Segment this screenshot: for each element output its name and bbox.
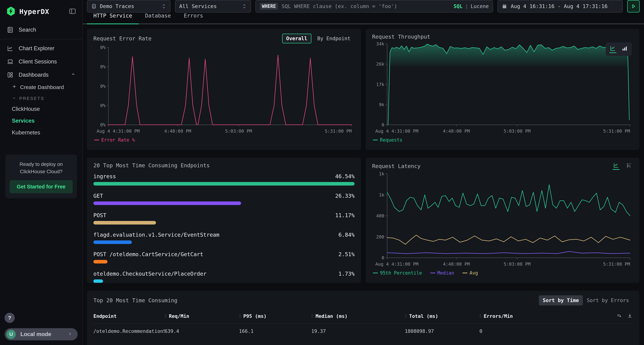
table-column-header[interactable]: P95 (ms) — [239, 313, 311, 319]
get-started-button[interactable]: Get Started for Free — [10, 180, 73, 193]
bar-chart-icon[interactable] — [621, 45, 628, 53]
sidebar-divider — [0, 39, 82, 39]
create-dashboard-button[interactable]: Create Dashboard — [0, 81, 82, 93]
endpoint-item[interactable]: POST11.17% — [94, 212, 354, 225]
sidebar-collapse-icon[interactable] — [69, 7, 76, 16]
endpoint-label: GET — [94, 193, 103, 199]
user-menu[interactable]: U Local mode — [5, 328, 78, 340]
dashboard-content: Request Error Rate Overall By Endpoint 0… — [83, 24, 644, 345]
legend-item-p95[interactable]: 95th Percentile — [373, 270, 422, 276]
tab-errors[interactable]: Errors — [177, 12, 210, 24]
endpoint-bar — [94, 260, 108, 264]
time-range-picker[interactable]: Aug 4 16:31:16 - Aug 4 17:31:16 — [498, 0, 623, 12]
legend-item-avg[interactable]: Avg — [462, 270, 478, 276]
endpoint-item[interactable]: GET26.33% — [94, 193, 354, 205]
column-grip-icon[interactable] — [164, 313, 166, 319]
line-chart-icon[interactable] — [609, 45, 616, 53]
endpoint-item[interactable]: flagd.evaluation.v1.Service/EventStream6… — [94, 232, 354, 244]
legend-item-requests[interactable]: Requests — [373, 137, 402, 143]
column-header-label: Total (ms) — [409, 313, 438, 319]
sidebar-preset-kubernetes[interactable]: Kubernetes — [0, 127, 82, 139]
latency-chart[interactable]: 02004001k1kAug 4 4:31:00 PM4:48:00 PM5:0… — [372, 171, 633, 268]
sidebar-item-label: Dashboards — [18, 72, 48, 78]
column-settings-icon[interactable] — [616, 313, 622, 319]
column-header-label: Req/Min — [169, 313, 189, 319]
line-chart-icon[interactable] — [612, 162, 620, 170]
help-button[interactable]: ? — [5, 313, 15, 323]
table-row[interactable]: /oteldemo.RecommendationServ639.4166.119… — [94, 324, 633, 339]
table-column-header[interactable]: Endpoint — [94, 313, 164, 319]
sidebar-item-client-sessions[interactable]: Client Sessions — [0, 55, 82, 68]
sidebar-item-chart-explorer[interactable]: Chart Explorer — [0, 42, 82, 55]
table-column-header[interactable]: Errors/Min — [480, 313, 544, 319]
legend-label: Requests — [380, 137, 402, 143]
laptop-icon — [6, 58, 14, 65]
sidebar: HyperDX Search Chart Explorer Client Ses… — [0, 0, 83, 345]
download-icon[interactable] — [627, 313, 633, 319]
histogram-icon[interactable] — [626, 162, 633, 170]
column-grip-icon[interactable] — [405, 313, 406, 319]
sql-mode-button[interactable]: SQL — [454, 3, 462, 9]
svg-text:Aug 4 4:31:00 PM: Aug 4 4:31:00 PM — [375, 262, 418, 267]
endpoint-item[interactable]: oteldemo.CheckoutService/PlaceOrder1.73% — [94, 271, 354, 283]
column-grip-icon[interactable] — [239, 313, 241, 319]
run-query-button[interactable] — [627, 0, 640, 12]
table-column-header[interactable]: Total (ms) — [405, 313, 480, 319]
card-top-time-consuming-table: Top 20 Most Time Consuming Sort by Time … — [87, 291, 639, 345]
table-cell: 1808098.97 — [405, 328, 480, 334]
svg-text:4:48:00 PM: 4:48:00 PM — [164, 128, 191, 134]
table-column-header[interactable]: Req/Min — [164, 313, 239, 319]
sidebar-item-label: Search — [18, 27, 36, 33]
svg-text:0%: 0% — [100, 122, 106, 127]
table-title: Top 20 Most Time Consuming — [94, 297, 178, 304]
column-grip-icon[interactable] — [480, 313, 481, 319]
by-endpoint-toggle-button[interactable]: By Endpoint — [313, 34, 354, 43]
endpoint-item[interactable]: ingress46.54% — [94, 173, 354, 186]
chevron-down-icon — [12, 96, 19, 101]
sidebar-item-search[interactable]: Search — [0, 23, 82, 36]
preset-label: Kubernetes — [12, 129, 40, 136]
service-select[interactable]: All Services — [175, 0, 251, 12]
service-select-value: All Services — [179, 3, 217, 9]
endpoint-value: 46.54% — [335, 173, 354, 179]
database-icon — [91, 3, 96, 9]
sidebar-item-dashboards[interactable]: Dashboards — [0, 68, 82, 81]
error-rate-legend: Error Rate % — [94, 135, 354, 145]
tabs-row: HTTP Service Database Errors — [83, 12, 644, 24]
table-column-header[interactable]: Median (ms) — [311, 313, 405, 319]
svg-text:5:03:00 PM: 5:03:00 PM — [504, 128, 530, 134]
table-cell: 166.1 — [239, 328, 311, 334]
where-search-input[interactable]: WHERE SQL WHERE clause (ex. column = 'fo… — [256, 0, 493, 12]
legend-label: Avg — [470, 270, 478, 276]
svg-text:0%: 0% — [100, 64, 106, 69]
lucene-mode-button[interactable]: Lucene — [471, 3, 489, 9]
plus-icon — [12, 84, 17, 90]
overall-toggle-button[interactable]: Overall — [282, 34, 312, 43]
endpoint-bar — [94, 279, 103, 283]
svg-text:17k: 17k — [376, 82, 384, 87]
sidebar-preset-services[interactable]: Services — [0, 115, 82, 127]
sort-by-time-button[interactable]: Sort by Time — [539, 295, 583, 306]
legend-item-error-rate[interactable]: Error Rate % — [94, 137, 135, 143]
column-grip-icon[interactable] — [311, 313, 313, 319]
search-icon — [6, 26, 14, 33]
tab-database[interactable]: Database — [139, 12, 178, 24]
clickhouse-cloud-promo: Ready to deploy on ClickHouse Cloud? Get… — [5, 155, 77, 198]
source-select[interactable]: Demo Traces — [87, 0, 170, 12]
presets-toggle[interactable]: PRESETS — [0, 93, 82, 103]
throughput-chart[interactable]: 09k17k26k34kAug 4 4:31:00 PM4:48:00 PM5:… — [372, 41, 633, 135]
svg-text:5:03:00 PM: 5:03:00 PM — [504, 262, 530, 267]
tab-http-service[interactable]: HTTP Service — [87, 12, 139, 24]
sidebar-preset-clickhouse[interactable]: ClickHouse — [0, 103, 82, 115]
legend-item-median[interactable]: Median — [430, 270, 454, 276]
select-chevrons-icon — [238, 3, 247, 9]
sort-by-errors-button[interactable]: Sort by Errors — [583, 295, 633, 306]
hyperdx-logo-icon[interactable] — [6, 6, 16, 17]
endpoint-item[interactable]: POST /oteldemo.CartService/GetCart2.51% — [94, 251, 354, 264]
table-cell: 19.37 — [311, 328, 405, 334]
select-chevrons-icon — [157, 3, 166, 9]
error-rate-chart[interactable]: 0%0%0%0%0%Aug 4 4:31:00 PM4:48:00 PM5:03… — [94, 44, 354, 135]
column-header-label: P95 (ms) — [243, 313, 266, 319]
svg-text:4:48:00 PM: 4:48:00 PM — [443, 128, 470, 134]
endpoint-label: flagd.evaluation.v1.Service/EventStream — [94, 232, 219, 238]
